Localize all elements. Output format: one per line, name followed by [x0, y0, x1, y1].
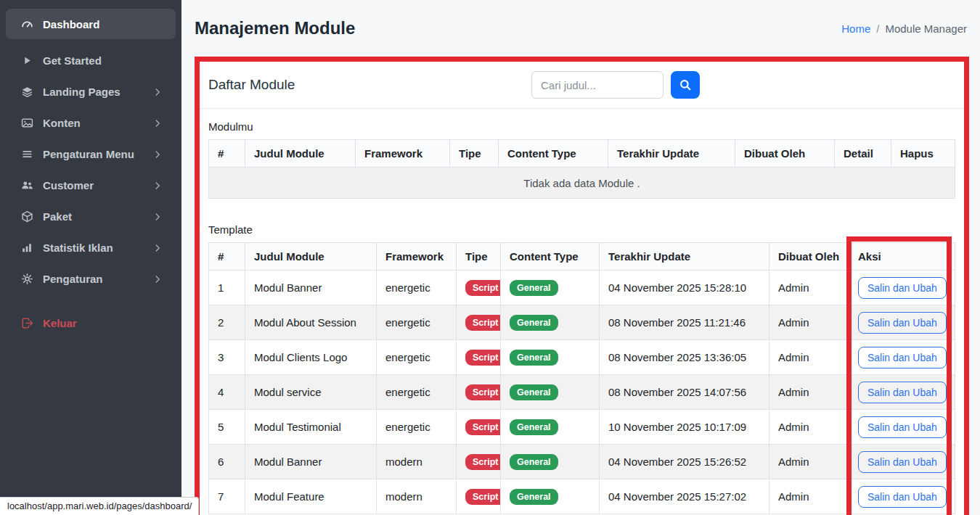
- column-header: Tipe: [450, 140, 499, 168]
- framework: modern: [377, 445, 457, 479]
- framework: modern: [377, 479, 457, 514]
- sidebar-item-keluar[interactable]: Keluar: [0, 308, 181, 339]
- my-modules-table: # Judul Module Framework Tipe Content Ty…: [208, 139, 955, 199]
- last-update: 08 November 2025 11:21:46: [600, 305, 769, 340]
- created-by: Admin: [769, 375, 849, 410]
- tipe-badge: Script: [465, 280, 501, 296]
- page-header: Manajemen Module Home / Module Manager: [181, 0, 980, 57]
- box-icon: [21, 210, 33, 223]
- card-title: Daftar Module: [208, 77, 295, 93]
- module-list-card: Daftar Module Modulmu # Judul Module Fra…: [195, 57, 969, 515]
- row-number: 6: [209, 445, 245, 479]
- empty-state-row: Tidak ada data Module .: [209, 168, 955, 199]
- module-title: Modul Banner: [245, 271, 377, 305]
- sidebar-item-paket[interactable]: Paket: [0, 201, 181, 232]
- table-row: 6 Modul Banner modern Script General 04 …: [209, 445, 955, 479]
- created-by: Admin: [769, 479, 849, 514]
- row-number: 3: [209, 340, 245, 375]
- module-title: Modul Feature: [245, 479, 377, 514]
- chevron-right-icon: [152, 243, 163, 253]
- sidebar-item-customer[interactable]: Customer: [0, 170, 181, 201]
- sidebar: Dashboard Get Started Landing Pages Kont…: [0, 0, 181, 515]
- page-title: Manajemen Module: [195, 18, 355, 38]
- table-row: 3 Modul Clients Logo energetic Script Ge…: [209, 340, 955, 375]
- copy-edit-button[interactable]: Salin dan Ubah: [858, 382, 947, 403]
- sidebar-item-label: Get Started: [43, 54, 102, 67]
- module-title: Modul Testimonial: [245, 410, 377, 445]
- table-row: 5 Modul Testimonial energetic Script Gen…: [209, 410, 955, 445]
- column-header: Dibuat Oleh: [769, 243, 849, 271]
- users-icon: [21, 179, 33, 191]
- layers-icon: [21, 86, 33, 98]
- sidebar-item-label: Pengaturan: [43, 273, 103, 285]
- column-header: #: [209, 140, 245, 168]
- last-update: 08 November 2025 14:07:56: [600, 375, 769, 410]
- tipe-badge: Script: [465, 454, 501, 470]
- column-header: Dibuat Oleh: [735, 140, 835, 168]
- last-update: 04 November 2025 15:28:10: [600, 271, 769, 305]
- browser-status-url: localhost/app.mari.web.id/pages/dashboar…: [0, 497, 199, 515]
- chevron-right-icon: [152, 274, 163, 284]
- sidebar-item-label: Pengaturan Menu: [43, 148, 134, 160]
- copy-edit-button[interactable]: Salin dan Ubah: [858, 416, 947, 438]
- column-header: Content Type: [499, 140, 608, 168]
- column-header: Judul Module: [245, 140, 356, 168]
- sidebar-item-label: Konten: [43, 117, 81, 129]
- last-update: 04 November 2025 15:27:02: [600, 479, 769, 514]
- table-header-row: # Judul Module Framework Tipe Content Ty…: [209, 243, 955, 271]
- created-by: Admin: [769, 410, 849, 445]
- column-header: Aksi: [849, 243, 955, 271]
- module-title: Modul Banner: [245, 445, 377, 479]
- copy-edit-button[interactable]: Salin dan Ubah: [858, 312, 947, 334]
- card-header: Daftar Module: [200, 62, 964, 109]
- gear-icon: [21, 273, 33, 285]
- row-number: 7: [209, 479, 245, 514]
- sidebar-item-dashboard[interactable]: Dashboard: [6, 9, 176, 39]
- search-button[interactable]: [671, 71, 700, 99]
- column-header: Content Type: [501, 243, 600, 271]
- sidebar-item-statistik-iklan[interactable]: Statistik Iklan: [0, 232, 181, 263]
- column-header: Tipe: [457, 243, 501, 271]
- content-type-badge: General: [510, 419, 558, 435]
- framework: energetic: [377, 375, 457, 410]
- framework: energetic: [377, 305, 457, 340]
- created-by: Admin: [769, 305, 849, 340]
- row-number: 5: [209, 410, 245, 445]
- tipe-badge: Script: [465, 489, 501, 505]
- sidebar-item-konten[interactable]: Konten: [0, 107, 181, 139]
- column-header: Judul Module: [245, 243, 377, 271]
- search-input[interactable]: [531, 71, 663, 99]
- play-icon: [21, 54, 33, 67]
- table-row: 4 Modul service energetic Script General…: [209, 375, 955, 410]
- breadcrumb-separator: /: [876, 22, 879, 35]
- copy-edit-button[interactable]: Salin dan Ubah: [858, 277, 947, 299]
- image-icon: [21, 117, 33, 129]
- sidebar-item-label: Dashboard: [43, 18, 99, 30]
- framework: energetic: [377, 410, 457, 445]
- column-header: Framework: [356, 140, 450, 168]
- framework: energetic: [377, 271, 457, 305]
- sidebar-item-pengaturan-menu[interactable]: Pengaturan Menu: [0, 139, 181, 170]
- my-modules-label: Modulmu: [208, 120, 955, 133]
- tipe-badge: Script: [465, 350, 501, 366]
- table-row: 7 Modul Feature modern Script General 04…: [209, 479, 955, 514]
- breadcrumb-home-link[interactable]: Home: [841, 22, 870, 35]
- framework: energetic: [377, 340, 457, 375]
- copy-edit-button[interactable]: Salin dan Ubah: [858, 486, 947, 508]
- sidebar-item-label: Keluar: [43, 317, 77, 329]
- tipe-badge: Script: [465, 384, 501, 400]
- sidebar-item-get-started[interactable]: Get Started: [0, 45, 181, 76]
- tipe-badge: Script: [465, 419, 501, 435]
- column-header: Hapus: [891, 140, 955, 168]
- sidebar-item-pengaturan[interactable]: Pengaturan: [0, 263, 181, 294]
- module-title: Modul About Session: [245, 305, 377, 340]
- module-title: Modul service: [245, 375, 377, 410]
- copy-edit-button[interactable]: Salin dan Ubah: [858, 451, 947, 473]
- content-type-badge: General: [510, 350, 558, 366]
- last-update: 08 November 2025 13:36:05: [600, 340, 769, 375]
- sidebar-item-landing-pages[interactable]: Landing Pages: [0, 76, 181, 107]
- chevron-right-icon: [152, 181, 163, 191]
- content-type-badge: General: [510, 454, 558, 470]
- chevron-right-icon: [152, 212, 163, 222]
- copy-edit-button[interactable]: Salin dan Ubah: [858, 347, 947, 368]
